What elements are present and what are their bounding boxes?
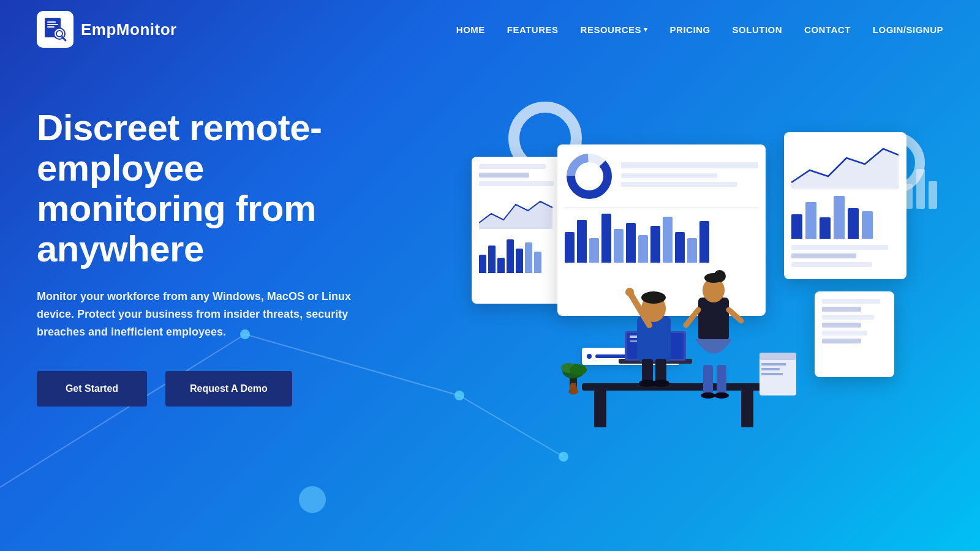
nav-login[interactable]: LOGIN/SIGNUP <box>873 24 943 35</box>
svg-point-33 <box>652 380 669 387</box>
hero-subtitle: Monitor your workforce from any Windows,… <box>37 288 361 340</box>
get-started-button[interactable]: Get Started <box>37 371 147 407</box>
nav-features[interactable]: FEATURES <box>507 24 559 35</box>
logo-area[interactable]: EmpMonitor <box>37 11 177 48</box>
nav-resources[interactable]: RESOURCES ▾ <box>581 24 648 35</box>
svg-point-47 <box>570 364 587 375</box>
svg-point-37 <box>714 270 726 282</box>
svg-point-27 <box>641 291 666 304</box>
svg-rect-50 <box>761 363 786 365</box>
svg-rect-49 <box>760 353 796 360</box>
persons-svg <box>533 236 839 451</box>
nav-contact[interactable]: CONTACT <box>804 24 851 35</box>
hero-section: Discreet remote-employee monitoring from… <box>0 59 980 551</box>
svg-rect-40 <box>703 365 713 395</box>
svg-rect-18 <box>594 391 606 427</box>
request-demo-button[interactable]: Request A Demo <box>165 371 292 407</box>
hero-illustration <box>392 83 943 512</box>
hero-title: Discreet remote-employee monitoring from… <box>37 108 392 269</box>
svg-rect-2 <box>47 24 58 25</box>
svg-point-43 <box>714 392 729 399</box>
svg-rect-52 <box>761 373 783 375</box>
hero-buttons: Get Started Request A Demo <box>37 371 392 407</box>
nav-home[interactable]: HOME <box>456 24 485 35</box>
people-illustration <box>533 236 839 451</box>
svg-rect-3 <box>47 26 55 28</box>
donut-chart-main <box>565 152 614 201</box>
logo-icon <box>37 11 74 48</box>
mini-line-chart <box>479 192 559 229</box>
dashboard-illustration <box>459 96 919 475</box>
right-card-chart <box>791 140 899 189</box>
svg-line-38 <box>686 310 698 325</box>
svg-rect-17 <box>582 383 766 391</box>
svg-rect-51 <box>761 368 780 370</box>
nav-pricing[interactable]: PRICING <box>670 24 710 35</box>
main-nav: HOME FEATURES RESOURCES ▾ PRICING SOLUTI… <box>456 24 943 35</box>
svg-rect-34 <box>698 298 729 340</box>
hero-left: Discreet remote-employee monitoring from… <box>37 83 392 407</box>
nav-solution[interactable]: SOLUTION <box>733 24 783 35</box>
header: EmpMonitor HOME FEATURES RESOURCES ▾ PRI… <box>0 0 980 59</box>
brand-name: EmpMonitor <box>81 20 177 39</box>
svg-line-6 <box>62 37 66 40</box>
svg-point-29 <box>625 288 634 296</box>
svg-rect-41 <box>717 365 726 395</box>
svg-line-39 <box>729 310 741 321</box>
svg-rect-25 <box>637 316 671 362</box>
svg-point-42 <box>701 392 715 399</box>
svg-rect-19 <box>741 391 753 427</box>
resources-chevron-icon: ▾ <box>644 26 648 34</box>
svg-rect-1 <box>47 21 56 23</box>
svg-point-13 <box>299 486 326 513</box>
right-card-bars <box>791 196 899 239</box>
